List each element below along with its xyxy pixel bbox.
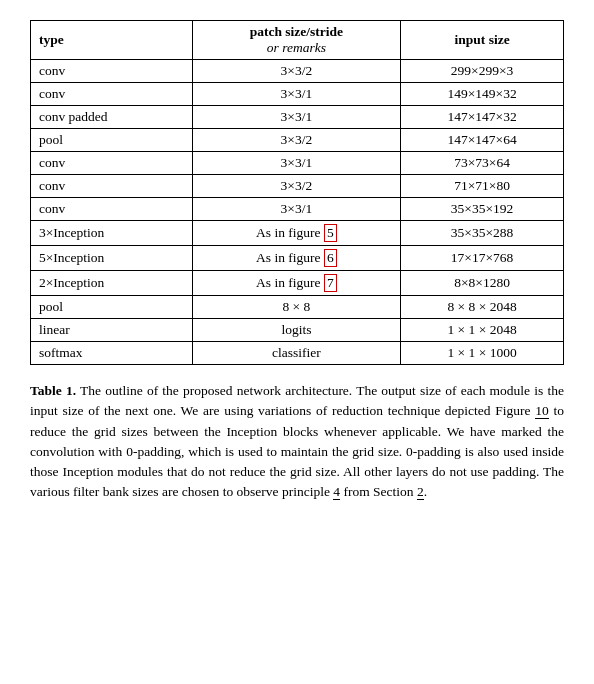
cell-input: 35×35×288 (401, 221, 564, 246)
cell-patch: logits (192, 319, 400, 342)
cell-patch: As in figure 6 (192, 246, 400, 271)
cell-type: 5×Inception (31, 246, 193, 271)
cell-type: conv (31, 83, 193, 106)
table-row: pool3×3/2147×147×64 (31, 129, 564, 152)
cell-patch: As in figure 7 (192, 271, 400, 296)
cell-type: conv (31, 198, 193, 221)
cell-input: 8 × 8 × 2048 (401, 296, 564, 319)
cell-type: linear (31, 319, 193, 342)
table-row: conv3×3/135×35×192 (31, 198, 564, 221)
cell-type: softmax (31, 342, 193, 365)
cell-patch: 8 × 8 (192, 296, 400, 319)
cell-type: pool (31, 296, 193, 319)
table-row: 2×InceptionAs in figure 78×8×1280 (31, 271, 564, 296)
cell-input: 1 × 1 × 1000 (401, 342, 564, 365)
architecture-table-container: type patch size/stride or remarks input … (30, 20, 564, 365)
cell-input: 73×73×64 (401, 152, 564, 175)
caption-ref-2: 2 (417, 484, 424, 500)
cell-type: 3×Inception (31, 221, 193, 246)
table-row: 3×InceptionAs in figure 535×35×288 (31, 221, 564, 246)
cell-patch: classifier (192, 342, 400, 365)
cell-input: 8×8×1280 (401, 271, 564, 296)
cell-input: 149×149×32 (401, 83, 564, 106)
table-row: linearlogits1 × 1 × 2048 (31, 319, 564, 342)
architecture-table: type patch size/stride or remarks input … (30, 20, 564, 365)
table-row: pool8 × 88 × 8 × 2048 (31, 296, 564, 319)
table-row: conv3×3/173×73×64 (31, 152, 564, 175)
cell-patch: As in figure 5 (192, 221, 400, 246)
cell-type: pool (31, 129, 193, 152)
cell-patch: 3×3/2 (192, 129, 400, 152)
caption-text3: from Section (340, 484, 417, 499)
cell-patch: 3×3/1 (192, 198, 400, 221)
cell-type: conv (31, 60, 193, 83)
table-row: conv3×3/1149×149×32 (31, 83, 564, 106)
cell-input: 299×299×3 (401, 60, 564, 83)
cell-patch: 3×3/2 (192, 60, 400, 83)
cell-type: conv padded (31, 106, 193, 129)
caption-ref-10: 10 (535, 403, 549, 419)
col-header-input: input size (401, 21, 564, 60)
table-row: conv3×3/2299×299×3 (31, 60, 564, 83)
cell-input: 71×71×80 (401, 175, 564, 198)
table-caption: Table 1. The outline of the proposed net… (30, 381, 564, 503)
figure-reference-box: 5 (324, 224, 337, 242)
cell-input: 147×147×64 (401, 129, 564, 152)
cell-patch: 3×3/2 (192, 175, 400, 198)
col-header-type: type (31, 21, 193, 60)
cell-input: 17×17×768 (401, 246, 564, 271)
cell-input: 35×35×192 (401, 198, 564, 221)
figure-reference-box: 7 (324, 274, 337, 292)
table-row: conv padded3×3/1147×147×32 (31, 106, 564, 129)
table-row: conv3×3/271×71×80 (31, 175, 564, 198)
cell-type: conv (31, 152, 193, 175)
caption-label: Table 1. (30, 383, 76, 398)
cell-patch: 3×3/1 (192, 83, 400, 106)
figure-reference-box: 6 (324, 249, 337, 267)
cell-type: conv (31, 175, 193, 198)
caption-text4: . (424, 484, 427, 499)
cell-patch: 3×3/1 (192, 152, 400, 175)
table-row: softmaxclassifier1 × 1 × 1000 (31, 342, 564, 365)
cell-input: 147×147×32 (401, 106, 564, 129)
cell-patch: 3×3/1 (192, 106, 400, 129)
col-header-patch: patch size/stride or remarks (192, 21, 400, 60)
cell-input: 1 × 1 × 2048 (401, 319, 564, 342)
cell-type: 2×Inception (31, 271, 193, 296)
table-row: 5×InceptionAs in figure 617×17×768 (31, 246, 564, 271)
caption-text1: The outline of the proposed network arch… (30, 383, 564, 418)
